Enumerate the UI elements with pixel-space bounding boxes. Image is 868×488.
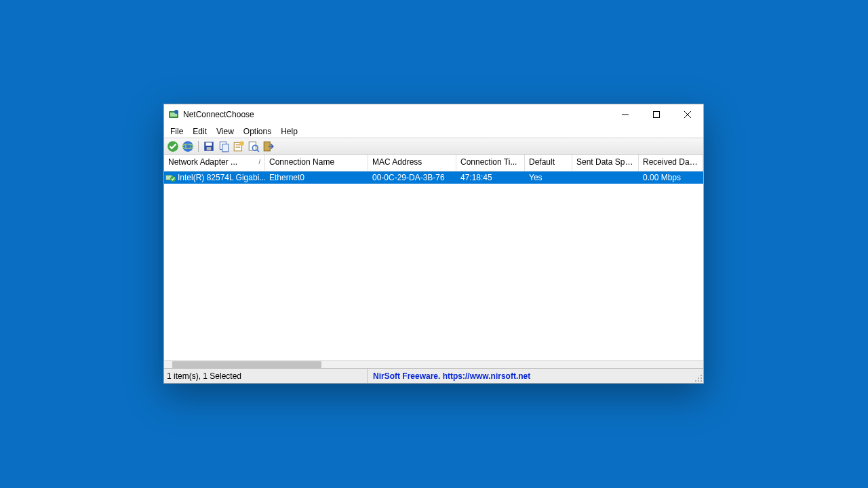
status-right[interactable]: NirSoft Freeware. https://www.nirsoft.ne…	[368, 369, 703, 383]
toolbar	[164, 138, 703, 155]
svg-point-2	[174, 110, 178, 114]
svg-point-28	[701, 378, 702, 379]
cell-default: Yes	[525, 173, 572, 182]
horizontal-scrollbar[interactable]	[164, 360, 703, 368]
status-left: 1 item(s), 1 Selected	[164, 369, 368, 383]
menu-file[interactable]: File	[165, 125, 188, 138]
sort-indicator-icon: /	[258, 159, 260, 165]
cell-connection: Ethernet0	[265, 173, 368, 182]
check-icon[interactable]	[167, 140, 179, 152]
svg-rect-11	[206, 142, 212, 146]
save-icon[interactable]	[203, 140, 215, 152]
menu-edit[interactable]: Edit	[188, 125, 212, 138]
svg-line-21	[257, 150, 259, 152]
cell-received: 0.00 Mbps	[639, 173, 703, 182]
minimize-button[interactable]	[610, 104, 641, 125]
svg-point-27	[698, 378, 699, 379]
scrollbar-thumb[interactable]	[172, 361, 321, 368]
globe-icon[interactable]	[182, 140, 194, 152]
app-window: NetConnectChoose File Edit View Options …	[163, 104, 704, 384]
col-adapter-label: Network Adapter ...	[168, 157, 237, 167]
menubar: File Edit View Options Help	[164, 125, 703, 138]
statusbar: 1 item(s), 1 Selected NirSoft Freeware. …	[164, 368, 703, 383]
menu-options[interactable]: Options	[239, 125, 276, 138]
copy-icon[interactable]	[218, 140, 230, 152]
svg-point-8	[182, 141, 193, 152]
table-row[interactable]: Intel(R) 82574L Gigabi... Ethernet0 00-0…	[164, 171, 703, 184]
exit-icon[interactable]	[262, 140, 275, 152]
svg-point-18	[239, 141, 244, 146]
network-adapter-icon	[165, 173, 176, 182]
resize-grip-icon[interactable]	[694, 374, 703, 382]
app-icon	[168, 109, 179, 120]
maximize-button[interactable]	[641, 104, 672, 125]
col-conntime[interactable]: Connection Ti...	[456, 155, 525, 171]
menu-help[interactable]: Help	[276, 125, 302, 138]
col-mac[interactable]: MAC Address	[368, 155, 456, 171]
col-connection[interactable]: Connection Name	[265, 155, 368, 171]
svg-rect-12	[207, 147, 212, 150]
cell-conntime: 47:18:45	[456, 173, 525, 182]
list-body[interactable]: Intel(R) 82574L Gigabi... Ethernet0 00-0…	[164, 171, 703, 360]
col-adapter[interactable]: Network Adapter ... /	[164, 155, 265, 171]
window-title: NetConnectChoose	[183, 110, 254, 119]
svg-point-31	[701, 380, 702, 382]
cell-mac: 00-0C-29-DA-3B-76	[368, 173, 456, 182]
svg-rect-14	[222, 144, 229, 151]
svg-point-26	[701, 375, 702, 376]
find-icon[interactable]	[248, 140, 260, 152]
svg-rect-4	[654, 112, 660, 118]
cell-adapter: Intel(R) 82574L Gigabi...	[178, 173, 265, 182]
col-received[interactable]: Received Data ...	[639, 155, 703, 171]
titlebar[interactable]: NetConnectChoose	[164, 104, 703, 125]
col-sent[interactable]: Sent Data Speed	[572, 155, 639, 171]
list-header: Network Adapter ... / Connection Name MA…	[164, 155, 703, 171]
svg-point-30	[698, 380, 699, 382]
svg-point-29	[695, 380, 696, 382]
properties-icon[interactable]	[233, 140, 245, 152]
col-default[interactable]: Default	[525, 155, 572, 171]
toolbar-separator	[198, 141, 199, 152]
menu-view[interactable]: View	[212, 125, 239, 138]
close-button[interactable]	[672, 104, 703, 125]
